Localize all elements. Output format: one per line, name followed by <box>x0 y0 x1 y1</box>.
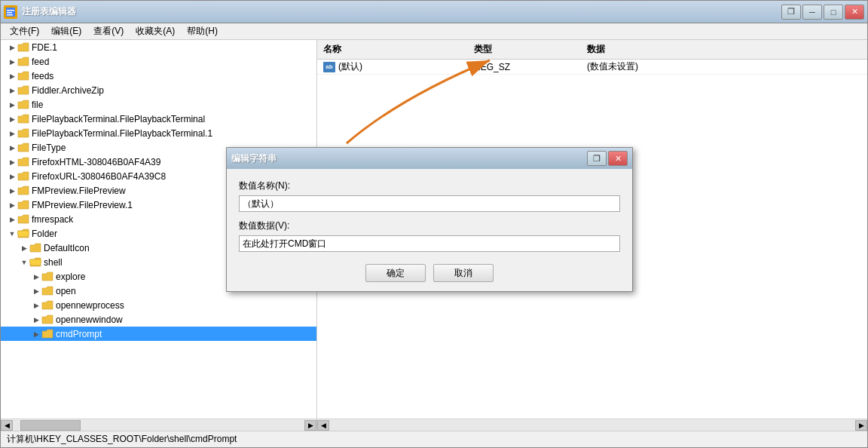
scroll-right2-btn[interactable]: ◀ <box>317 420 329 431</box>
menu-view[interactable]: 查看(V) <box>87 23 130 39</box>
dialog-close-btn[interactable]: ✕ <box>608 151 628 166</box>
right-cell-name: ab (默认) <box>317 60 468 73</box>
dialog-restore-btn[interactable]: ❐ <box>587 151 607 166</box>
folder-icon-filepb1 <box>17 114 29 124</box>
tree-label-firefoxurl: FirefoxURL-308046B0AF4A39C8 <box>32 171 166 182</box>
dialog-body: 数值名称(N): 数值数据(V): 确定 取消 <box>227 169 632 291</box>
tree-label-explore: explore <box>56 272 85 282</box>
minimize-button[interactable]: ─ <box>802 5 822 20</box>
menu-bar: 文件(F) 编辑(E) 查看(V) 收藏夹(A) 帮助(H) <box>1 23 867 40</box>
tree-label-cmdprompt: cmdPrompt <box>56 329 102 339</box>
tree-item-cmdprompt[interactable]: ▶cmdPrompt <box>1 327 316 341</box>
scroll-right-btn[interactable]: ▶ <box>304 420 316 431</box>
folder-icon-filetype <box>17 143 29 153</box>
folder-icon-feed <box>17 57 29 67</box>
tree-item-feed[interactable]: ▶feed <box>1 54 316 69</box>
tree-item-opennewwindow[interactable]: ▶opennewwindow <box>1 312 316 327</box>
header-type: 类型 <box>468 41 581 57</box>
expander-firefoxurl[interactable]: ▶ <box>7 171 17 182</box>
folder-icon-filepb2 <box>17 128 29 139</box>
tree-label-filepb2: FilePlaybackTerminal.FilePlaybackTermina… <box>32 128 212 139</box>
tree-label-opennewprocess: opennewprocess <box>56 300 124 311</box>
tree-label-feeds: feeds <box>32 71 53 81</box>
tree-item-filepb1[interactable]: ▶FilePlaybackTerminal.FilePlaybackTermin… <box>1 112 316 126</box>
expander-fmrespack[interactable]: ▶ <box>7 214 17 225</box>
folder-icon-fmpreview2 <box>17 200 29 210</box>
tree-item-filepb2[interactable]: ▶FilePlaybackTerminal.FilePlaybackTermin… <box>1 126 316 140</box>
tree-item-file[interactable]: ▶file <box>1 97 316 112</box>
expander-fmpreview1[interactable]: ▶ <box>7 186 17 196</box>
tree-label-filepb1: FilePlaybackTerminal.FilePlaybackTermina… <box>32 114 205 124</box>
tree-item-fiddler[interactable]: ▶Fiddler.ArchiveZip <box>1 83 316 97</box>
expander-opennewwindow[interactable]: ▶ <box>31 315 41 325</box>
right-cell-type: REG_SZ <box>468 62 581 72</box>
restore-button[interactable]: ❐ <box>781 5 801 20</box>
name-input[interactable] <box>239 195 620 212</box>
svg-rect-1 <box>7 10 14 11</box>
scroll-left-btn[interactable]: ◀ <box>1 420 13 431</box>
reg-icon: ab <box>323 62 335 72</box>
tree-label-fde1: FDE.1 <box>32 42 57 53</box>
cancel-button[interactable]: 取消 <box>433 264 494 282</box>
folder-icon-shell <box>29 257 41 268</box>
expander-fiddler[interactable]: ▶ <box>7 85 17 96</box>
data-input[interactable] <box>239 235 620 252</box>
expander-defaulticon[interactable]: ▶ <box>19 243 29 253</box>
right-name-text: (默认) <box>338 60 362 73</box>
expander-firefoxhtml[interactable]: ▶ <box>7 157 17 167</box>
menu-favorites[interactable]: 收藏夹(A) <box>130 23 181 39</box>
expander-feed[interactable]: ▶ <box>7 57 17 67</box>
folder-icon-folder <box>17 229 29 239</box>
close-button[interactable]: ✕ <box>845 5 864 20</box>
menu-edit[interactable]: 编辑(E) <box>45 23 87 39</box>
folder-icon-defaulticon <box>29 243 41 253</box>
expander-opennewprocess[interactable]: ▶ <box>31 300 41 311</box>
expander-filetype[interactable]: ▶ <box>7 143 17 153</box>
menu-file[interactable]: 文件(F) <box>4 23 45 39</box>
folder-icon-fmpreview1 <box>17 186 29 196</box>
right-row-0[interactable]: ab (默认) REG_SZ (数值未设置) <box>317 60 867 75</box>
tree-label-filetype: FileType <box>32 143 66 153</box>
scroll-track-left[interactable] <box>13 420 304 431</box>
tree-item-opennewprocess[interactable]: ▶opennewprocess <box>1 298 316 312</box>
expander-open[interactable]: ▶ <box>31 286 41 296</box>
expander-shell[interactable]: ▼ <box>19 257 29 268</box>
folder-icon-fiddler <box>17 85 29 96</box>
tree-item-fde1[interactable]: ▶FDE.1 <box>1 40 316 54</box>
expander-cmdprompt[interactable]: ▶ <box>31 329 41 339</box>
tree-label-folder: Folder <box>32 229 57 239</box>
expander-fde1[interactable]: ▶ <box>7 42 17 53</box>
svg-rect-3 <box>7 14 13 16</box>
expander-feeds[interactable]: ▶ <box>7 71 17 81</box>
scroll-right3-btn[interactable]: ▶ <box>855 420 867 431</box>
right-panel-header: 名称 类型 数据 <box>317 40 867 60</box>
name-label: 数值名称(N): <box>239 180 620 192</box>
scroll-thumb-left[interactable] <box>20 420 81 431</box>
expander-folder[interactable]: ▼ <box>7 229 17 239</box>
tree-item-feeds[interactable]: ▶feeds <box>1 69 316 83</box>
expander-filepb2[interactable]: ▶ <box>7 128 17 139</box>
tree-label-opennewwindow: opennewwindow <box>56 315 123 325</box>
dialog-buttons: 确定 取消 <box>239 264 620 282</box>
expander-fmpreview2[interactable]: ▶ <box>7 200 17 210</box>
tree-label-fmpreview2: FMPreview.FilePreview.1 <box>32 200 133 210</box>
status-text: 计算机\HKEY_CLASSES_ROOT\Folder\shell\cmdPr… <box>7 433 237 446</box>
folder-icon-open <box>41 286 53 296</box>
expander-explore[interactable]: ▶ <box>31 272 41 282</box>
tree-label-fmpreview1: FMPreview.FilePreview <box>32 186 126 196</box>
scroll-track-right[interactable] <box>329 420 855 431</box>
horizontal-scrollbar[interactable]: ◀ ▶ ◀ ▶ <box>1 419 867 431</box>
expander-filepb1[interactable]: ▶ <box>7 114 17 124</box>
app-icon <box>4 5 17 19</box>
menu-help[interactable]: 帮助(H) <box>181 23 224 39</box>
folder-icon-feeds <box>17 71 29 81</box>
tree-label-feed: feed <box>32 57 49 67</box>
maximize-button[interactable]: □ <box>824 5 843 20</box>
status-bar: 计算机\HKEY_CLASSES_ROOT\Folder\shell\cmdPr… <box>1 431 867 447</box>
expander-file[interactable]: ▶ <box>7 100 17 110</box>
folder-icon-fde1 <box>17 42 29 53</box>
folder-icon-file <box>17 100 29 110</box>
header-data: 数据 <box>581 41 867 57</box>
ok-button[interactable]: 确定 <box>365 264 426 282</box>
tree-label-file: file <box>32 100 43 110</box>
